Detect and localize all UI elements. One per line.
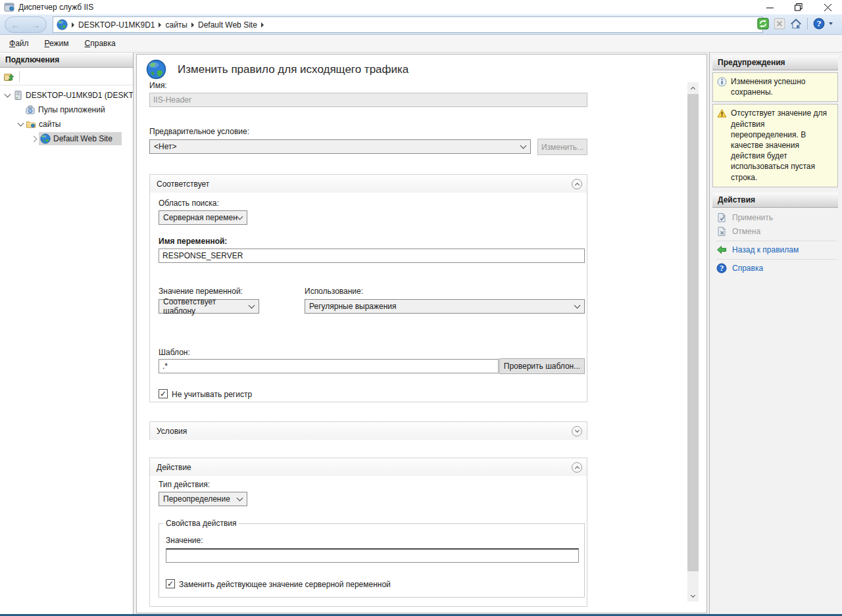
collapse-section-button[interactable] bbox=[572, 179, 582, 189]
tree-item-default-web-site[interactable]: Default Web Site bbox=[0, 131, 133, 146]
variable-name-input[interactable] bbox=[159, 249, 585, 263]
back-icon[interactable]: ← bbox=[11, 20, 20, 30]
toolbar-divider bbox=[19, 71, 20, 82]
back-to-rules-action[interactable]: Назад к правилам bbox=[716, 243, 837, 257]
help-icon bbox=[716, 263, 727, 273]
connections-pane: Подключения DESKTOP-U1MK9D1 (DESKTOP Пул… bbox=[0, 53, 134, 614]
variable-value-select[interactable]: Соответствует шаблону bbox=[159, 299, 259, 314]
match-section-header[interactable]: Соответствует bbox=[150, 175, 587, 193]
help-action[interactable]: Справка bbox=[716, 262, 837, 275]
alerts-header: Предупреждения bbox=[712, 55, 838, 70]
tree-item-server[interactable]: DESKTOP-U1MK9D1 (DESKTOP bbox=[0, 88, 133, 103]
tree-item-label: Пулы приложений bbox=[38, 105, 105, 114]
chevron-up-icon bbox=[691, 86, 695, 91]
menu-help[interactable]: Справка bbox=[85, 39, 116, 48]
using-label: Использование: bbox=[305, 287, 363, 296]
help-label: Справка bbox=[732, 264, 763, 273]
iis-app-icon bbox=[4, 2, 14, 12]
chevron-down-icon bbox=[237, 495, 243, 502]
help-button[interactable] bbox=[812, 17, 826, 30]
pattern-label: Шаблон: bbox=[159, 348, 190, 357]
conditions-section-title: Условия bbox=[157, 427, 187, 436]
menu-view[interactable]: Режим bbox=[45, 39, 69, 48]
breadcrumb-sites[interactable]: сайты bbox=[165, 20, 187, 30]
breadcrumb-site[interactable]: Default Web Site bbox=[198, 20, 257, 30]
cancel-action: Отмена bbox=[716, 225, 837, 239]
value-label: Значение: bbox=[166, 536, 203, 545]
value-input[interactable] bbox=[166, 548, 579, 563]
variable-name-label: Имя переменной: bbox=[159, 237, 227, 246]
scrollbar-thumb[interactable] bbox=[687, 94, 699, 571]
minimize-button[interactable] bbox=[755, 0, 784, 14]
replace-value-label: Заменить действующее значение серверной … bbox=[179, 580, 391, 589]
close-button[interactable] bbox=[813, 0, 842, 14]
edit-precondition-button: Изменить... bbox=[537, 139, 587, 155]
collapse-section-button[interactable] bbox=[572, 462, 582, 473]
tree-selection[interactable]: Default Web Site bbox=[39, 132, 122, 145]
title-bar: Диспетчер служб IIS bbox=[0, 0, 842, 14]
globe-icon bbox=[57, 19, 68, 30]
back-to-rules-label: Назад к правилам bbox=[732, 245, 799, 254]
test-pattern-button[interactable]: Проверить шаблон... bbox=[499, 358, 585, 374]
scope-value: Серверная переменн bbox=[163, 213, 237, 222]
scope-label: Область поиска: bbox=[159, 199, 219, 208]
breadcrumb-separator-icon[interactable] bbox=[159, 22, 161, 28]
breadcrumb-separator-icon[interactable] bbox=[191, 22, 194, 28]
alert-info: Изменения успешно сохранены. bbox=[712, 72, 838, 102]
action-type-select[interactable]: Переопределение bbox=[159, 492, 247, 506]
sites-folder-icon bbox=[26, 119, 36, 130]
name-label: Имя: bbox=[149, 81, 167, 90]
tree-item-label: сайты bbox=[39, 120, 61, 129]
home-button[interactable] bbox=[789, 17, 803, 30]
precondition-select[interactable]: <Нет> bbox=[149, 139, 531, 154]
conditions-section-header[interactable]: Условия bbox=[150, 422, 587, 440]
restore-button[interactable] bbox=[784, 0, 813, 14]
stop-icon bbox=[774, 18, 785, 30]
action-properties-legend: Свойства действия bbox=[163, 519, 239, 528]
scope-select[interactable]: Серверная переменн bbox=[159, 210, 247, 225]
save-connection-icon[interactable] bbox=[3, 71, 14, 82]
apply-icon bbox=[716, 212, 727, 223]
chevron-right-icon[interactable] bbox=[31, 135, 37, 142]
breadcrumb-separator-icon[interactable] bbox=[72, 22, 74, 28]
connections-header: Подключения bbox=[0, 53, 133, 68]
window-title: Диспетчер служб IIS bbox=[18, 3, 93, 12]
nav-buttons: ← → bbox=[5, 16, 47, 33]
workspace: Подключения DESKTOP-U1MK9D1 (DESKTOP Пул… bbox=[0, 53, 842, 614]
ignore-case-checkbox[interactable]: ✓ bbox=[159, 389, 168, 398]
ignore-case-label: Не учитывать регистр bbox=[172, 390, 252, 399]
chevron-down-icon[interactable] bbox=[18, 120, 24, 127]
chevron-down-icon[interactable] bbox=[5, 91, 11, 98]
breadcrumb-separator-icon[interactable] bbox=[261, 22, 264, 28]
precondition-label: Предварительное условие: bbox=[149, 127, 249, 136]
expand-section-button[interactable] bbox=[572, 426, 582, 437]
page-title: Изменить правило для исходящего трафика bbox=[178, 63, 409, 76]
chevron-up-icon bbox=[574, 465, 579, 470]
tree-item-label: DESKTOP-U1MK9D1 (DESKTOP bbox=[26, 91, 133, 100]
right-pane: Предупреждения Изменения успешно сохране… bbox=[709, 53, 842, 614]
action-section-header[interactable]: Действие bbox=[150, 458, 587, 476]
connections-tree: DESKTOP-U1MK9D1 (DESKTOP Пулы приложений… bbox=[0, 85, 133, 146]
match-section: Соответствует Область поиска: Серверная … bbox=[149, 174, 587, 402]
tree-item-label: Default Web Site bbox=[53, 134, 112, 143]
page-globe-icon bbox=[146, 59, 166, 80]
refresh-button[interactable] bbox=[756, 17, 770, 30]
breadcrumb[interactable]: DESKTOP-U1MK9D1 сайты Default Web Site bbox=[53, 16, 763, 33]
alert-text: Изменения успешно сохранены. bbox=[731, 76, 833, 97]
breadcrumb-server[interactable]: DESKTOP-U1MK9D1 bbox=[78, 20, 155, 30]
tree-item-app-pools[interactable]: Пулы приложений bbox=[0, 103, 133, 117]
action-properties-group: Свойства действия Значение: ✓ Заменить д… bbox=[159, 519, 585, 598]
scroll-up-button[interactable] bbox=[687, 82, 699, 93]
forward-icon[interactable]: → bbox=[32, 20, 41, 30]
cancel-label: Отмена bbox=[732, 227, 760, 236]
vertical-scrollbar[interactable] bbox=[687, 82, 699, 602]
cancel-icon bbox=[716, 226, 727, 237]
scroll-down-button[interactable] bbox=[687, 590, 699, 602]
alert-text: Отсутствует значение для действия переоп… bbox=[731, 108, 833, 182]
menu-file[interactable]: Файл bbox=[9, 39, 29, 48]
pattern-input[interactable] bbox=[159, 359, 499, 373]
tree-item-sites[interactable]: сайты bbox=[0, 117, 133, 131]
replace-value-checkbox[interactable]: ✓ bbox=[166, 579, 175, 588]
using-select[interactable]: Регулярные выражения bbox=[305, 299, 585, 314]
help-dropdown-icon[interactable] bbox=[829, 22, 833, 25]
